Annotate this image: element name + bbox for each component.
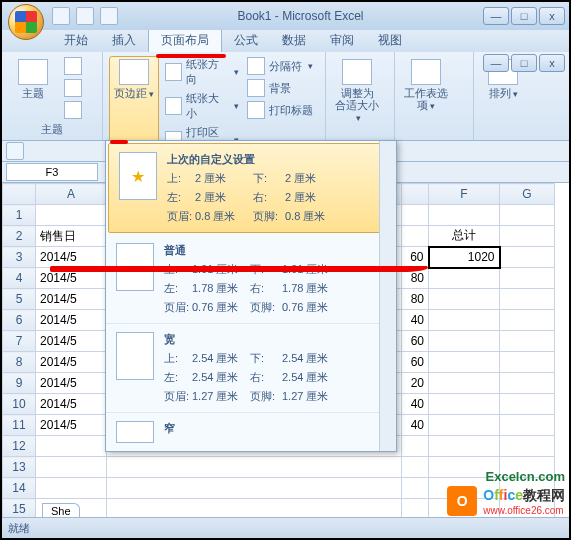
cell-A11[interactable]: 2014/5 <box>36 415 107 436</box>
row-header-8[interactable]: 8 <box>3 352 36 373</box>
cell-G10[interactable] <box>500 394 555 415</box>
row-header-4[interactable]: 4 <box>3 268 36 289</box>
tab-view[interactable]: 视图 <box>366 29 414 52</box>
row-header-1[interactable]: 1 <box>3 205 36 226</box>
tab-review[interactable]: 审阅 <box>318 29 366 52</box>
close-button[interactable]: x <box>539 7 565 25</box>
maximize-button[interactable]: □ <box>511 7 537 25</box>
row-header-10[interactable]: 10 <box>3 394 36 415</box>
row-header-12[interactable]: 12 <box>3 436 36 457</box>
tab-insert[interactable]: 插入 <box>100 29 148 52</box>
cell-G2[interactable] <box>500 226 555 247</box>
row-header-7[interactable]: 7 <box>3 331 36 352</box>
margins-option-wide[interactable]: 宽 上:2.54 厘米 下:2.54 厘米 左:2.54 厘米 右:2.54 厘… <box>106 324 396 413</box>
qat-undo-icon[interactable] <box>76 7 94 25</box>
cell-A7[interactable]: 2014/5 <box>36 331 107 352</box>
cell-A14[interactable] <box>36 478 107 499</box>
status-text: 就绪 <box>8 521 30 536</box>
cell-F12[interactable] <box>429 436 500 457</box>
toolbar-icon[interactable] <box>6 142 24 160</box>
margins-option-last-custom[interactable]: ★ 上次的自定义设置 上:2 厘米 下:2 厘米 左:2 厘米 右:2 厘米 页… <box>108 143 394 233</box>
col-header-A[interactable]: A <box>36 184 107 205</box>
wide-right-value: 2.54 厘米 <box>282 370 340 385</box>
theme-effects-button[interactable] <box>62 100 84 120</box>
mdi-close-button[interactable]: x <box>539 54 565 72</box>
cell-G8[interactable] <box>500 352 555 373</box>
dropdown-scrollbar[interactable] <box>379 141 396 451</box>
cell-F9[interactable] <box>429 373 500 394</box>
cell-A8[interactable]: 2014/5 <box>36 352 107 373</box>
theme-fonts-button[interactable] <box>62 78 84 98</box>
gutter-9: 20 <box>402 373 429 394</box>
mdi-minimize-button[interactable]: — <box>483 54 509 72</box>
cell-G1[interactable] <box>500 205 555 226</box>
row-header-13[interactable]: 13 <box>3 457 36 478</box>
col-header-F[interactable]: F <box>429 184 500 205</box>
cell-F1[interactable] <box>429 205 500 226</box>
themes-button[interactable]: 主题 <box>8 56 58 120</box>
theme-colors-button[interactable] <box>62 56 84 76</box>
cell-F5[interactable] <box>429 289 500 310</box>
col-header-G[interactable]: G <box>500 184 555 205</box>
cell-A2[interactable]: 销售日 <box>36 226 107 247</box>
cell-F3[interactable]: 1020 <box>429 247 500 268</box>
tab-page-layout[interactable]: 页面布局 <box>148 28 222 52</box>
sheet-tab[interactable]: She <box>42 503 80 518</box>
scale-to-fit-button[interactable]: 调整为 合适大小 <box>332 56 382 136</box>
cell-F2[interactable]: 总计 <box>429 226 500 247</box>
cell-A1[interactable] <box>36 205 107 226</box>
cell-G11[interactable] <box>500 415 555 436</box>
row-header-2[interactable]: 2 <box>3 226 36 247</box>
office-button[interactable] <box>8 4 44 40</box>
cell-G9[interactable] <box>500 373 555 394</box>
margins-option-narrow[interactable]: 窄 <box>106 413 396 451</box>
cell-G7[interactable] <box>500 331 555 352</box>
tab-formulas[interactable]: 公式 <box>222 29 270 52</box>
print-titles-label: 打印标题 <box>269 103 313 118</box>
cell-A10[interactable]: 2014/5 <box>36 394 107 415</box>
mdi-restore-button[interactable]: □ <box>511 54 537 72</box>
name-box[interactable]: F3 <box>6 163 98 181</box>
cell-G6[interactable] <box>500 310 555 331</box>
margins-option-normal[interactable]: 普通 上:1.91 厘米 下:1.91 厘米 左:1.78 厘米 右:1.78 … <box>106 235 396 324</box>
cell-G5[interactable] <box>500 289 555 310</box>
tab-data[interactable]: 数据 <box>270 29 318 52</box>
cell-F4[interactable] <box>429 268 500 289</box>
cell-A13[interactable] <box>36 457 107 478</box>
row-header-6[interactable]: 6 <box>3 310 36 331</box>
last-right-label: 右: <box>253 190 285 205</box>
size-button[interactable]: 纸张大小 <box>163 90 241 122</box>
wide-header-label: 页眉: <box>164 389 192 404</box>
margins-label: 页边距 <box>114 87 154 100</box>
row-header-9[interactable]: 9 <box>3 373 36 394</box>
background-button[interactable]: 背景 <box>245 78 315 98</box>
row-header-5[interactable]: 5 <box>3 289 36 310</box>
print-titles-button[interactable]: 打印标题 <box>245 100 315 120</box>
cell-F11[interactable] <box>429 415 500 436</box>
cell-F6[interactable] <box>429 310 500 331</box>
cell-A12[interactable] <box>36 436 107 457</box>
orientation-button[interactable]: 纸张方向 <box>163 56 241 88</box>
cell-A4[interactable]: 2014/5 <box>36 268 107 289</box>
cell-G12[interactable] <box>500 436 555 457</box>
cell-F8[interactable] <box>429 352 500 373</box>
cell-F10[interactable] <box>429 394 500 415</box>
cell-A5[interactable]: 2014/5 <box>36 289 107 310</box>
row-header-3[interactable]: 3 <box>3 247 36 268</box>
row-header-14[interactable]: 14 <box>3 478 36 499</box>
qat-save-icon[interactable] <box>52 7 70 25</box>
sheet-options-button[interactable]: 工作表选项 <box>401 56 451 136</box>
breaks-button[interactable]: 分隔符 <box>245 56 315 76</box>
cell-A3[interactable]: 2014/5 <box>36 247 107 268</box>
cell-F7[interactable] <box>429 331 500 352</box>
select-all-corner[interactable] <box>3 184 36 205</box>
row-header-11[interactable]: 11 <box>3 415 36 436</box>
cell-G4[interactable] <box>500 268 555 289</box>
qat-redo-icon[interactable] <box>100 7 118 25</box>
cell-A6[interactable]: 2014/5 <box>36 310 107 331</box>
minimize-button[interactable]: — <box>483 7 509 25</box>
cell-G3[interactable] <box>500 247 555 268</box>
tab-home[interactable]: 开始 <box>52 29 100 52</box>
margins-preview-icon: ★ <box>119 152 157 200</box>
cell-A9[interactable]: 2014/5 <box>36 373 107 394</box>
